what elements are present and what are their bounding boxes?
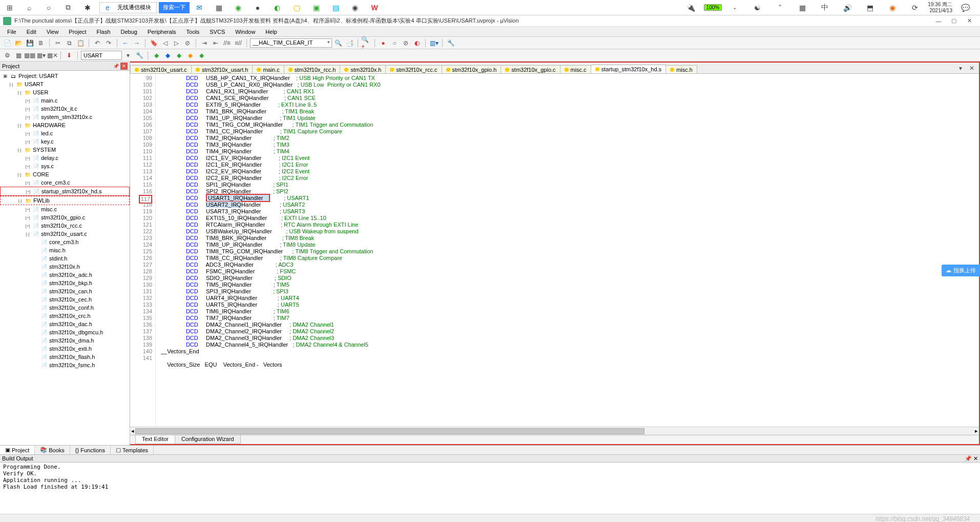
undo-button[interactable]: ↶ [92,38,102,48]
tree-item[interactable]: [+]📄misc.c [0,205,130,213]
download-button[interactable]: ⬇ [64,50,74,61]
app-icon-3[interactable]: ◐ [270,1,284,14]
bookmark-clear-button[interactable]: ⊘ [182,38,193,48]
tray-icon-4[interactable]: ⬒ [863,1,877,14]
bookmark-button[interactable]: 🔖 [149,38,159,48]
bottom-tab-functions[interactable]: {}Functions [70,446,111,454]
tree-item[interactable]: 📄stdint.h [0,254,130,263]
close-button[interactable]: ✕ [962,16,977,26]
tree-item[interactable]: [-]📁FWLib [0,196,130,205]
tree-item[interactable]: 📄stm32f10x_dbgmcu.h [0,328,130,336]
editor-tab-text-editor[interactable]: Text Editor [135,435,175,444]
nav-back-button[interactable]: ← [120,38,131,48]
tree-item[interactable]: 📄core_cm3.h [0,238,130,246]
minimize-button[interactable]: — [931,16,946,26]
tree-item[interactable]: [-]📁CORE [0,170,130,178]
panel-pin-button[interactable]: 📌 [112,63,119,70]
tree-item[interactable]: [+]📄sys.c [0,162,130,170]
bottom-tab-project[interactable]: ▣Project [0,446,35,454]
code-view[interactable]: 9910010110210310410510610710810911011111… [130,74,979,427]
search-icon[interactable]: ⌕ [23,1,36,14]
tree-item[interactable]: 📄stm32f10x_dac.h [0,320,130,328]
chevron-down-icon[interactable]: ⌄ [728,1,741,14]
options-button[interactable]: 🔧 [134,50,144,61]
bookmark-next-button[interactable]: ▷ [171,38,181,48]
save-button[interactable]: 💾 [25,38,35,48]
save-all-button[interactable]: 🗎 [36,38,46,48]
tree-item[interactable]: [-]📁SYSTEM [0,146,130,154]
open-button[interactable]: 📂 [13,38,24,48]
indent-button[interactable]: ⇥ [199,38,210,48]
plug-icon[interactable]: 🔌 [684,1,698,14]
code-body[interactable]: DCD USB_HP_CAN1_TX_IRQHandler ; USB High… [156,74,979,427]
bookmark-prev-button[interactable]: ◁ [160,38,170,48]
window-layout-button[interactable]: ▥▾ [429,38,439,48]
taskview-icon[interactable]: ⧉ [61,1,75,14]
target-select[interactable]: USART [81,51,122,60]
file-tab[interactable]: misc.h [665,65,697,74]
tree-item[interactable]: [+]📄startup_stm32f10x_hd.s [0,187,130,196]
tree-item[interactable]: [-]📁USER [0,88,130,96]
mail-icon[interactable]: ✉ [193,1,206,14]
tab-dropdown-button[interactable]: ▾ [955,63,966,73]
tree-item[interactable]: [+]📄system_stm32f10x.c [0,113,130,121]
tree-item[interactable]: 📄stm32f10x.h [0,263,130,271]
file-tab[interactable]: stm32f10x_usart.h [191,65,253,74]
configure-button[interactable]: 🔧 [446,38,456,48]
manage-1-button[interactable]: ◆ [151,50,161,61]
outdent-button[interactable]: ⇤ [211,38,221,48]
cortana-icon[interactable]: ○ [42,1,55,14]
bottom-tab-books[interactable]: 📚Books [35,446,70,454]
cut-button[interactable]: ✂ [53,38,63,48]
menu-file[interactable]: File [2,28,22,36]
editor-hscroll[interactable]: ◂ ▸ [130,427,979,435]
manage-5-button[interactable]: ◆ [196,50,206,61]
menu-view[interactable]: View [41,28,64,36]
breakpoint-button[interactable]: ● [378,38,388,48]
file-tab[interactable]: stm32f10x_gpio.h [442,65,502,74]
tree-item[interactable]: 📄stm32f10x_exti.h [0,345,130,353]
menu-tools[interactable]: Tools [181,28,205,36]
app-icon-1[interactable]: ✱ [81,1,94,14]
maximize-button[interactable]: ▢ [946,16,962,26]
debug-button[interactable]: 🔍+ [361,38,371,48]
menu-svcs[interactable]: SVCS [204,28,230,36]
build-output[interactable]: Programming Done. Verify OK. Application… [0,463,980,514]
menu-edit[interactable]: Edit [22,28,41,36]
tiles-icon[interactable]: ▦ [212,1,225,14]
tree-item[interactable]: 📄stm32f10x_adc.h [0,271,130,279]
app-icon-4[interactable]: ▣ [309,1,323,14]
breakpoint-kill-button[interactable]: ⊘ [401,38,411,48]
tree-item[interactable]: [+]📄delay.c [0,154,130,162]
define-dropdown[interactable]: __HAL_TIM_CLEAR_IT [250,38,332,48]
manage-4-button[interactable]: ◆ [185,50,195,61]
comment-button[interactable]: //≡ [222,38,232,48]
app-icon-2[interactable]: ◉ [232,1,245,14]
build-button[interactable]: ▦ [13,50,24,61]
stop-build-button[interactable]: ▦✕ [47,50,57,61]
project-tree[interactable]: ▣ 🗂 Project: USART [-]📁USART[-]📁USER[+]📄… [0,71,130,445]
breakpoint-enable-button[interactable]: ◐ [412,38,422,48]
tray-icon-5[interactable]: ◉ [886,1,899,14]
tree-item[interactable]: [-]📁USART [0,80,130,88]
menu-flash[interactable]: Flash [92,28,116,36]
tree-item[interactable]: [+]📄stm32f10x_it.c [0,105,130,113]
tray-icon-6[interactable]: ⟳ [908,1,922,14]
tree-item[interactable]: 📄stm32f10x_conf.h [0,304,130,312]
float-upload-badge[interactable]: ☁ 指换上传 [942,265,980,276]
editor-tab-configuration-wizard[interactable]: Configuration Wizard [175,435,241,444]
tree-root[interactable]: ▣ 🗂 Project: USART [0,72,130,80]
tree-item[interactable]: 📄stm32f10x_cec.h [0,295,130,304]
folder-icon[interactable]: ▢ [290,1,303,14]
tree-item[interactable]: [+]📄led.c [0,129,130,137]
menu-window[interactable]: Window [230,28,260,36]
new-file-button[interactable]: 📄 [2,38,12,48]
search-input[interactable] [115,5,156,11]
nav-fwd-button[interactable]: → [132,38,142,48]
menu-debug[interactable]: Debug [116,28,142,36]
tray-icon-3[interactable]: 中 [818,1,831,14]
tree-item[interactable]: [+]📄core_cm3.c [0,178,130,187]
menu-peripherals[interactable]: Peripherals [142,28,181,36]
tree-item[interactable]: 📄stm32f10x_bkp.h [0,279,130,287]
tree-item[interactable]: 📄stm32f10x_dma.h [0,336,130,345]
